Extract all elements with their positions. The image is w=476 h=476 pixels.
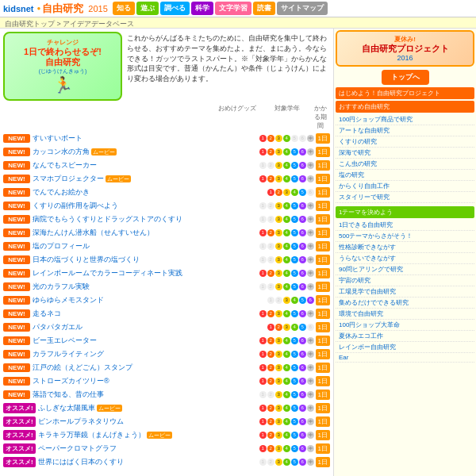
item-badge: NEW! xyxy=(3,242,30,251)
theme-item[interactable]: 性格診断できながす xyxy=(336,242,474,253)
item-title[interactable]: ビー玉エレベーター xyxy=(33,336,259,346)
nav-shiraberu[interactable]: 調べる xyxy=(160,2,190,15)
item-title[interactable]: なんでもスピーカー xyxy=(33,160,259,171)
item-title[interactable]: パタパタガエル xyxy=(33,322,267,332)
sidebar-item[interactable]: こん虫の研究 xyxy=(336,159,474,170)
theme-item[interactable]: 100円ショップ大革命 xyxy=(336,320,474,331)
summer-text: 夏休み! xyxy=(340,35,470,44)
grade-dot-6: 6 xyxy=(299,432,306,439)
grade-dot-6: 6 xyxy=(299,202,306,209)
grade-dot-2: 2 xyxy=(267,229,274,236)
item-title[interactable]: ゆらゆらメモスタンド xyxy=(33,295,267,305)
item-title[interactable]: 日本の塩づくりと世界の塩づくり xyxy=(33,255,259,265)
nav-shiru[interactable]: 知る xyxy=(113,2,135,15)
sidebar-section-title[interactable]: はじめよう！自由研究プロジェクト xyxy=(336,87,474,99)
item-title[interactable]: 深海たんけん潜水船（せんすいせん） xyxy=(33,228,259,238)
sidebar-item[interactable]: くすりの研究 xyxy=(336,136,474,148)
sidebar-item[interactable]: 深海で研究 xyxy=(336,148,474,159)
grade-dot-5: 5 xyxy=(291,432,298,439)
theme-item[interactable]: 集めるだけでできる研究 xyxy=(336,298,474,309)
item-title[interactable]: カラフルライティング xyxy=(33,349,259,359)
item-title[interactable]: ふしぎな太陽風車ムービー xyxy=(38,403,259,413)
grade-dot-2: 2 xyxy=(267,310,274,317)
grade-dot-6: 6 xyxy=(307,189,314,196)
grade-dot-6: 6 xyxy=(299,283,306,290)
grade-dot-5: 5 xyxy=(291,243,298,250)
theme-item[interactable]: Ear xyxy=(336,353,474,363)
theme-item[interactable]: うらないできながす xyxy=(336,253,474,264)
item-title[interactable]: レインボールームでカラーコーディネート実践 xyxy=(33,268,259,278)
grade-dot-1: 1 xyxy=(259,229,267,236)
sidebar-item[interactable]: 塩の研究 xyxy=(336,170,474,181)
item-title[interactable]: スマホプロジェクタームービー xyxy=(33,174,259,184)
item-title[interactable]: 病院でもらうくすりとドラッグストアのくすり xyxy=(33,214,259,225)
sidebar-item[interactable]: 100円ショップ商品で研究 xyxy=(336,114,474,125)
sidebar-item[interactable]: からくり自由工作 xyxy=(336,181,474,192)
nav-other1[interactable]: 文字学習 xyxy=(215,2,251,15)
list-item: オススメ!キラキラ万華鏡（まんげきょう）ムービー123456中1日 xyxy=(3,428,330,441)
list-item: オススメ!世界にはばく日本のくすり123456中1日 xyxy=(3,455,330,468)
grade-dot-4: 4 xyxy=(283,202,290,209)
item-title[interactable]: ピンホールプラネタリウム xyxy=(38,416,259,427)
item-title[interactable]: ストローズカイツリー® xyxy=(33,376,259,386)
item-title[interactable]: キラキラ万華鏡（まんげきょう）ムービー xyxy=(38,430,259,440)
grade-dot-1: 1 xyxy=(259,202,267,209)
list-item: NEW!ビー玉エレベーター123456中1日 xyxy=(3,334,330,347)
sidebar-item[interactable]: アートな自由研究 xyxy=(336,125,474,136)
item-title[interactable]: でんでんお絵かき xyxy=(33,187,267,198)
grade-dot-2: 2 xyxy=(267,148,274,155)
item-title[interactable]: ペーパークロマトグラフ xyxy=(38,443,259,454)
grade-dot-5: 5 xyxy=(291,364,298,371)
grade-dots: 123456中 xyxy=(259,256,314,263)
breadcrumb: 自由研究トップ > アイデアデータベース xyxy=(0,17,476,29)
theme-item[interactable]: レインボー自由研究 xyxy=(336,342,474,353)
grade-dot-4: 4 xyxy=(283,405,290,412)
description-box: これからがんばるキミたちのために、自由研究を集中して終わらせる、おすすめテーマを… xyxy=(125,32,330,101)
item-title[interactable]: 世界にはばく日本のくすり xyxy=(38,457,259,467)
grade-dot-5: 5 xyxy=(291,337,298,344)
item-title[interactable]: くすりの副作用を調べよう xyxy=(33,201,259,211)
grade-dot-2: 2 xyxy=(267,418,274,425)
grade-dot-4: 4 xyxy=(283,418,290,425)
theme-item[interactable]: 工場見学で自由研究 xyxy=(336,286,474,298)
grade-dot-4: 4 xyxy=(291,189,298,196)
item-badge: NEW! xyxy=(3,202,30,210)
theme-item[interactable]: 90問ヒアリングで研究 xyxy=(336,264,474,275)
item-title[interactable]: 走るネコ xyxy=(33,309,259,319)
theme-item[interactable]: 1日できる自由研究 xyxy=(336,220,474,231)
top-button[interactable]: トップへ xyxy=(382,70,429,85)
logo: kidsnet xyxy=(3,4,34,13)
grade-dots: 123456中 xyxy=(259,418,314,425)
nav-asobu[interactable]: 遊ぶ xyxy=(136,2,159,15)
sidebar-item[interactable]: スタイリーで研究 xyxy=(336,192,474,203)
grade-dot-3: 3 xyxy=(275,364,282,371)
item-title[interactable]: 江戸の絵（えどごん）スタンプ xyxy=(33,363,259,373)
nav-other2[interactable]: 読書 xyxy=(253,2,275,15)
grade-dot-3: 3 xyxy=(275,405,282,412)
item-title[interactable]: すいすいボート xyxy=(33,133,259,144)
grade-dots: 123456中 xyxy=(259,202,314,209)
theme-item[interactable]: 宇宙の研究 xyxy=(336,275,474,286)
grade-dot-2: 2 xyxy=(267,432,274,439)
grade-dot-4: 4 xyxy=(283,459,290,466)
theme-item[interactable]: 500テーマからさがそう！ xyxy=(336,231,474,242)
item-title[interactable]: 落語で知る、昔の仕事 xyxy=(33,390,259,400)
list-item: NEW!でんでんお絵かき1234561日 xyxy=(3,186,330,198)
grade-dot-6: 6 xyxy=(299,445,306,452)
grade-dot-chu: 中 xyxy=(307,202,314,209)
item-title[interactable]: 光のカラフル実験 xyxy=(33,282,259,292)
grade-dot-1: 1 xyxy=(259,283,267,290)
grade-dots: 123456中 xyxy=(259,351,314,358)
grade-dots: 123456中 xyxy=(259,135,314,142)
item-title[interactable]: カッコン水の方角ムービー xyxy=(33,147,259,157)
theme-item[interactable]: 環境で自由研究 xyxy=(336,309,474,320)
grade-dot-3: 3 xyxy=(275,148,282,155)
item-badge: NEW! xyxy=(3,363,30,372)
theme-item[interactable]: 夏休みエコ工作 xyxy=(336,331,474,342)
sidebar-banner: 夏休み! 自由研究プロジェクト 2016 xyxy=(336,30,474,67)
item-badge: NEW! xyxy=(3,309,30,318)
nav-kagaku[interactable]: 科学 xyxy=(191,2,213,15)
item-title[interactable]: 塩のプロフィール xyxy=(33,241,259,251)
grade-dot-chu: 中 xyxy=(307,364,314,371)
nav-sitemap[interactable]: サイトマップ xyxy=(277,2,328,15)
